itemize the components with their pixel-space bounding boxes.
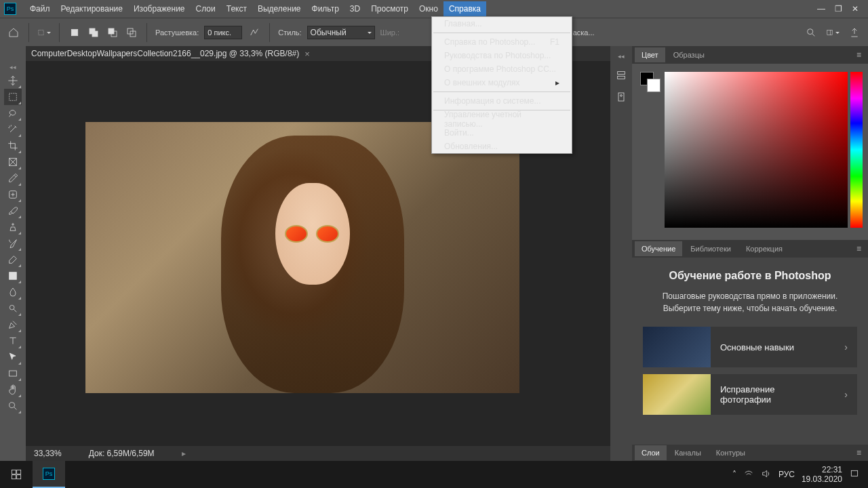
history-dock-icon[interactable] (614, 68, 629, 83)
svg-rect-10 (9, 94, 17, 101)
svg-rect-19 (618, 93, 624, 101)
menu-окно[interactable]: Окно (414, 1, 443, 16)
menu-фильтр[interactable]: Фильтр (307, 1, 344, 16)
svg-point-14 (9, 305, 14, 310)
select-add-icon[interactable] (87, 26, 100, 39)
tool-lasso[interactable] (4, 105, 22, 121)
zoom-level[interactable]: 33,33% (34, 449, 62, 458)
minimize-button[interactable]: — (817, 4, 825, 14)
sound-icon[interactable] (761, 468, 772, 481)
document-tab[interactable]: ComputerDesktopWallpapersCollection2166_… (26, 46, 315, 61)
tool-eraser[interactable] (4, 251, 22, 268)
maximize-button[interactable]: ❐ (835, 4, 842, 14)
right-panels: ◂◂ Цвет Образцы ≡ Обучение Библиотеки Ко… (610, 46, 868, 461)
tab-paths[interactable]: Контуры (709, 445, 752, 460)
menu-редактирование[interactable]: Редактирование (56, 1, 128, 16)
clock[interactable]: 22:3119.03.2020 (802, 465, 842, 485)
tool-move[interactable] (4, 73, 22, 89)
taskbar-photoshop[interactable]: Ps (33, 461, 65, 488)
color-picker[interactable] (665, 72, 848, 228)
svg-rect-3 (92, 31, 98, 37)
learn-card-basics[interactable]: Основные навыки › (643, 327, 857, 367)
panel-menu-icon[interactable]: ≡ (852, 244, 865, 253)
learn-card-retouch[interactable]: Исправление фотографии › (643, 374, 857, 415)
tool-history-brush[interactable] (4, 235, 22, 251)
tool-type[interactable] (4, 333, 22, 349)
document-image (85, 122, 519, 393)
tool-healing[interactable] (4, 186, 22, 203)
chevron-right-icon: › (835, 342, 857, 352)
style-select[interactable]: Обычный (307, 26, 375, 39)
learn-panel: Обучение работе в Photoshop Пошаговые ру… (632, 258, 868, 445)
notifications-icon[interactable] (849, 468, 860, 481)
tool-eyedropper[interactable] (4, 170, 22, 186)
menu-справка[interactable]: Справка (443, 1, 486, 16)
menu-3d[interactable]: 3D (344, 1, 366, 16)
start-button[interactable] (0, 461, 33, 488)
help-item[interactable]: Информация о системе... (432, 94, 572, 108)
share-icon[interactable] (848, 26, 861, 39)
select-intersect-icon[interactable] (125, 26, 138, 39)
tool-rectangle[interactable] (4, 365, 22, 382)
language-indicator[interactable]: РУС (778, 470, 795, 479)
collapse-icon[interactable]: ◂◂ (9, 62, 16, 72)
tool-path-select[interactable] (4, 349, 22, 365)
tool-brush[interactable] (4, 203, 22, 219)
tool-blur[interactable] (4, 284, 22, 300)
menu-текст[interactable]: Текст (221, 1, 252, 16)
tool-dodge[interactable] (4, 300, 22, 317)
tray-chevron-icon[interactable]: ˄ (732, 470, 736, 479)
help-item[interactable]: Справка по Photoshop...F1 (432, 35, 572, 49)
feather-input[interactable] (204, 26, 242, 39)
help-item[interactable]: Главная... (432, 17, 572, 30)
tool-zoom[interactable] (4, 398, 22, 414)
svg-rect-15 (9, 371, 17, 376)
tab-color[interactable]: Цвет (635, 47, 665, 62)
select-new-icon[interactable] (68, 26, 81, 39)
tab-learn[interactable]: Обучение (635, 241, 682, 256)
expand-icon[interactable]: ◂◂ (618, 52, 625, 61)
tab-adjustments[interactable]: Коррекция (739, 241, 789, 256)
tool-gradient[interactable] (4, 268, 22, 284)
help-item[interactable]: Руководства по Photoshop... (432, 49, 572, 62)
menu-файл[interactable]: Файл (24, 1, 56, 16)
color-panel-tabs: Цвет Образцы ≡ (632, 46, 868, 64)
tool-clone[interactable] (4, 219, 22, 235)
svg-rect-24 (17, 475, 21, 479)
menu-выделение[interactable]: Выделение (252, 1, 307, 16)
search-icon[interactable] (804, 26, 818, 39)
tool-hand[interactable] (4, 382, 22, 398)
close-tab-icon[interactable]: × (304, 49, 310, 59)
tool-crop[interactable] (4, 138, 22, 154)
card-thumb-icon (643, 327, 711, 367)
tools-panel: ◂◂ (0, 46, 26, 461)
learn-subtitle: Пошаговые руководства прямо в приложении… (643, 290, 857, 314)
menu-просмотр[interactable]: Просмотр (366, 1, 414, 16)
help-item[interactable]: О внешних модулях (432, 76, 572, 89)
tool-magic-wand[interactable] (4, 121, 22, 138)
menu-изображение[interactable]: Изображение (128, 1, 191, 16)
svg-rect-22 (17, 470, 21, 474)
tab-libraries[interactable]: Библиотеки (684, 241, 738, 256)
tab-swatches[interactable]: Образцы (667, 47, 711, 62)
tool-frame[interactable] (4, 154, 22, 170)
tab-channels[interactable]: Каналы (668, 445, 708, 460)
properties-dock-icon[interactable] (614, 89, 629, 104)
panel-menu-icon[interactable]: ≡ (852, 448, 865, 458)
hue-slider[interactable] (850, 72, 863, 228)
workspace-icon[interactable] (826, 26, 840, 39)
doc-size[interactable]: Док: 6,59M/6,59M (89, 449, 155, 458)
tool-pen[interactable] (4, 317, 22, 333)
home-icon[interactable] (7, 26, 20, 39)
close-button[interactable]: ✕ (852, 4, 859, 14)
tab-layers[interactable]: Слои (635, 445, 667, 460)
menu-слои[interactable]: Слои (191, 1, 221, 16)
select-subtract-icon[interactable] (106, 26, 119, 39)
marquee-preset-icon[interactable] (37, 26, 51, 39)
tool-rect-marquee[interactable] (4, 89, 22, 105)
panel-menu-icon[interactable]: ≡ (852, 50, 865, 60)
wifi-icon[interactable] (743, 468, 754, 481)
help-item[interactable]: О программе Photoshop CC... (432, 62, 572, 76)
fg-bg-swatches[interactable] (640, 72, 660, 92)
antialias-icon[interactable] (248, 26, 261, 39)
